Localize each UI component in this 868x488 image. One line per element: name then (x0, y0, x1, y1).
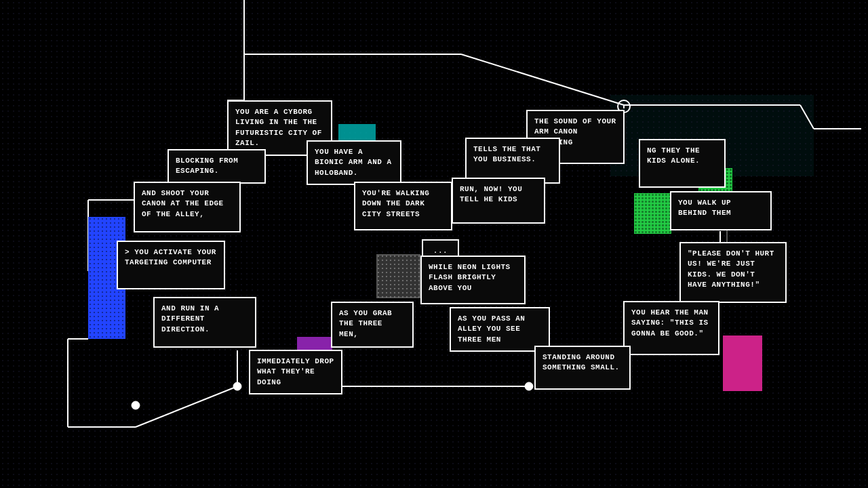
node-leave-kids: NG THEY THE KIDS ALONE. (639, 139, 726, 188)
node-grab-three: AS YOU GRAB THE THREE MEN, (331, 302, 414, 348)
pixel-block-overlay (376, 254, 420, 298)
node-run-kids: RUN, NOW! YOU TELL HE KIDS (452, 178, 545, 224)
green-block-dots-lower (634, 193, 671, 234)
magenta-block (723, 336, 762, 391)
node-please-dont: "PLEASE DON'T HURT US! WE'RE JUST KIDS. … (679, 242, 787, 303)
node-run-direction: AND RUN IN A DIFFERENT DIRECTION. (153, 297, 256, 348)
node-neon: WHILE NEON LIGHTS FLASH BRIGHTLY ABOVE Y… (420, 256, 526, 304)
node-blocking: BLOCKING FROM ESCAPING. (167, 149, 266, 184)
node-targeting: > YOU ACTIVATE YOUR TARGETING COMPUTER (117, 241, 225, 289)
node-shoot-canon: AND SHOOT YOUR CANON AT THE EDGE OF THE … (134, 182, 241, 232)
node-walk-behind: YOU WALK UP BEHIND THEM (670, 191, 772, 230)
node-standing: STANDING AROUND SOMETHING SMALL. (534, 346, 631, 390)
node-immediately: IMMEDIATELY DROP WHAT THEY'RE DOING (249, 350, 342, 394)
node-walking: YOU'RE WALKING DOWN THE DARK CITY STREET… (354, 182, 452, 230)
node-hear-man: YOU HEAR THE MAN SAYING: "THIS IS GONNA … (623, 301, 719, 355)
node-tells: TELLS THE THAT YOU BUSINESS. (465, 138, 560, 184)
node-bionic: YOU HAVE A BIONIC ARM AND A HOLOBAND. (307, 140, 401, 185)
